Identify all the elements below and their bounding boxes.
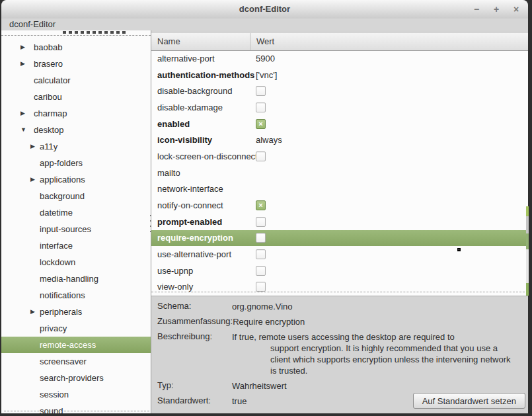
table-row-require-encryption[interactable]: require-encryption	[151, 230, 528, 247]
unchecked-checkbox[interactable]	[256, 103, 266, 112]
sidebar-item-label: notifications	[40, 290, 85, 300]
sidebar-item-caribou[interactable]: caribou	[1, 89, 151, 105]
checked-checkbox[interactable]: ×	[256, 200, 266, 210]
sidebar-item-desktop[interactable]: ▼desktop	[1, 122, 151, 138]
sidebar-item-label: interface	[40, 241, 73, 251]
details-field: Zusammenfassung:Require encryption	[157, 316, 528, 327]
key-list-pane: Name Wert alternative-port5900authentica…	[151, 30, 528, 413]
details-field-label: Schema:	[157, 301, 232, 312]
sidebar-item-app-folders[interactable]: app-folders	[1, 155, 151, 171]
sidebar-item-session[interactable]: session	[1, 386, 151, 403]
sidebar-item-charmap[interactable]: ▶charmap	[1, 105, 151, 122]
minimize-button[interactable]: −	[471, 4, 482, 15]
sidebar-item-privacy[interactable]: privacy	[1, 320, 151, 337]
sidebar-item-media-handling[interactable]: media-handling	[1, 270, 151, 287]
table-row-authentication-methods[interactable]: authentication-methods['vnc']	[151, 67, 528, 83]
clipped-text-fragment	[63, 31, 126, 34]
details-field: Schema:org.gnome.Vino	[157, 301, 528, 312]
sidebar-item-search-providers[interactable]: search-providers	[1, 370, 151, 386]
sidebar-item-label: screensaver	[40, 356, 87, 366]
sidebar-scroll-edge-indicator	[4, 411, 149, 411]
details-field-value: If true, remote users accessing the desk…	[232, 331, 528, 376]
table-row-disable-xdamage[interactable]: disable-xdamage	[151, 99, 528, 116]
key-name: use-alternative-port	[151, 249, 250, 259]
sidebar-item-lockdown[interactable]: lockdown	[1, 254, 151, 270]
table-row-disable-background[interactable]: disable-background	[151, 83, 528, 99]
close-button[interactable]: ×	[511, 4, 521, 15]
collapse-arrow-icon[interactable]: ▼	[20, 122, 26, 138]
key-name: prompt-enabled	[151, 217, 250, 227]
unchecked-checkbox[interactable]	[256, 233, 266, 243]
expand-arrow-icon[interactable]: ▶	[20, 39, 25, 56]
expand-arrow-icon[interactable]: ▶	[20, 56, 25, 72]
unchecked-checkbox[interactable]	[256, 282, 266, 292]
details-field-label: Zusammenfassung:	[157, 316, 233, 327]
details-value-line: Wahrheitswert	[232, 380, 528, 392]
column-header-name[interactable]: Name	[151, 33, 250, 50]
key-value-cell	[250, 233, 528, 243]
table-row-alternative-port[interactable]: alternative-port5900	[151, 50, 528, 67]
key-name: alternative-port	[151, 54, 250, 63]
sidebar-item-input-sources[interactable]: input-sources	[1, 221, 151, 237]
unchecked-checkbox[interactable]	[256, 249, 266, 259]
schema-tree-sidebar[interactable]: ▶baobab▶braserocalculatorcaribou▶charmap…	[1, 30, 151, 413]
table-row-view-only[interactable]: view-only	[151, 279, 528, 296]
sidebar-item-calculator[interactable]: calculator	[1, 72, 151, 89]
scrollbar-thumb-lower[interactable]	[526, 283, 529, 296]
sidebar-item-background[interactable]: background	[1, 188, 151, 204]
expand-arrow-icon[interactable]: ▶	[30, 171, 35, 188]
unchecked-checkbox[interactable]	[256, 266, 266, 276]
expand-arrow-icon[interactable]: ▶	[30, 304, 35, 320]
table-row-use-alternative-port[interactable]: use-alternative-port	[151, 246, 528, 263]
table-row-prompt-enabled[interactable]: prompt-enabled	[151, 214, 528, 230]
table-row-network-interface[interactable]: network-interface	[151, 181, 528, 198]
sidebar-item-peripherals[interactable]: ▶peripherals	[1, 304, 151, 320]
sidebar-item-label: datetime	[40, 208, 73, 218]
expand-arrow-icon[interactable]: ▶	[30, 138, 35, 155]
key-name: icon-visibility	[151, 135, 250, 145]
sidebar-item-brasero[interactable]: ▶brasero	[1, 56, 151, 72]
checked-checkbox[interactable]: ×	[256, 119, 266, 129]
table-row-mailto[interactable]: mailto	[151, 165, 528, 181]
sidebar-item-datetime[interactable]: datetime	[1, 204, 151, 221]
unchecked-checkbox[interactable]	[256, 86, 266, 96]
mouse-cursor-artifact	[457, 248, 461, 251]
key-name: lock-screen-on-disconnect	[151, 151, 250, 161]
sidebar-item-label: baobab	[34, 42, 62, 52]
sidebar-item-applications[interactable]: ▶applications	[1, 171, 151, 188]
table-row-lock-screen-on-disconnect[interactable]: lock-screen-on-disconnect	[151, 148, 528, 165]
expand-arrow-icon[interactable]: ▶	[20, 105, 25, 122]
unchecked-checkbox[interactable]	[256, 151, 266, 161]
table-row-use-upnp[interactable]: use-upnp	[151, 263, 528, 279]
table-row-notify-on-connect[interactable]: notify-on-connect×	[151, 197, 528, 214]
unchecked-checkbox[interactable]	[256, 217, 266, 227]
details-value-line: If true, remote users accessing the desk…	[232, 331, 528, 343]
sidebar-item-screensaver[interactable]: screensaver	[1, 353, 151, 370]
table-row-enabled[interactable]: enabled×	[151, 116, 528, 132]
table-row-icon-visibility[interactable]: icon-visibilityalways	[151, 132, 528, 148]
sidebar-item-remote-access[interactable]: remote-access	[1, 337, 151, 353]
sidebar-item-label: search-providers	[40, 373, 104, 383]
reset-to-default-button[interactable]: Auf Standardwert setzen	[413, 393, 525, 409]
maximize-button[interactable]: +	[491, 4, 502, 15]
titlebar[interactable]: dconf-Editor − + ×	[1, 0, 528, 19]
sidebar-item-sound[interactable]: sound	[1, 403, 151, 413]
column-header-wert[interactable]: Wert	[250, 33, 528, 50]
key-value-text: always	[256, 135, 282, 145]
menubar-item-dconf-editor[interactable]: dconf-Editor	[7, 19, 58, 30]
key-value-cell: ×	[250, 200, 528, 210]
details-value-line: client which supports encryption unless …	[232, 354, 528, 365]
sidebar-item-baobab[interactable]: ▶baobab	[1, 39, 151, 56]
key-value-cell	[250, 86, 528, 96]
key-name: mailto	[151, 168, 250, 178]
key-table: alternative-port5900authentication-metho…	[151, 50, 528, 296]
details-field-label: Standardwert:	[157, 395, 232, 407]
sidebar-item-a11y[interactable]: ▶a11y	[1, 138, 151, 155]
sidebar-item-notifications[interactable]: notifications	[1, 287, 151, 304]
scrollbar-thumb[interactable]	[526, 206, 529, 216]
key-name: network-interface	[151, 184, 250, 194]
key-value-cell: ×	[250, 119, 528, 129]
key-details-panel: Schema:org.gnome.VinoZusammenfassung:Req…	[151, 296, 528, 413]
sidebar-item-label: caribou	[34, 92, 62, 102]
sidebar-item-interface[interactable]: interface	[1, 237, 151, 254]
